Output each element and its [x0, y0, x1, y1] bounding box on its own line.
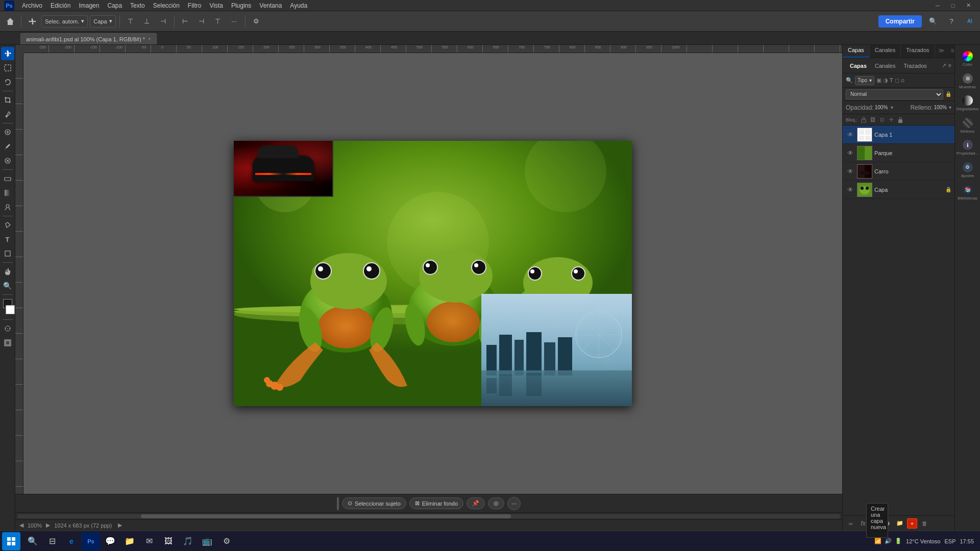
- distribute-left-btn[interactable]: ⊢: [178, 14, 192, 29]
- select-subject-button[interactable]: ⊙ Seleccionar sujeto: [342, 497, 406, 509]
- lock-transparent-btn[interactable]: [860, 116, 868, 124]
- swatches-panel-btn[interactable]: ⊞ Muestras: [958, 71, 978, 92]
- home-button[interactable]: [3, 14, 17, 29]
- layer-pixel-icon[interactable]: ▣: [876, 77, 881, 84]
- align-top-btn[interactable]: ⊤: [124, 14, 138, 29]
- align-vcenter-btn[interactable]: ⊥: [140, 14, 154, 29]
- sub-tab-trazados[interactable]: Trazados: [899, 61, 930, 71]
- sub-tab-capas[interactable]: Capas: [846, 61, 871, 71]
- layer-type-dropdown[interactable]: Tipo ▾: [855, 76, 874, 85]
- layer-item-carro[interactable]: 👁 Carro: [843, 162, 954, 181]
- status-right-arrow[interactable]: ▶: [46, 522, 50, 529]
- help-btn[interactable]: ?: [944, 14, 959, 29]
- eyedropper-tool[interactable]: [1, 108, 14, 121]
- panel-tab-trazados[interactable]: Trazados: [901, 45, 935, 58]
- adjustments-panel-btn[interactable]: ⚙ Ajustes: [958, 160, 978, 181]
- maximize-button[interactable]: □: [945, 0, 961, 11]
- layer-adjust-icon[interactable]: ◑: [883, 77, 888, 84]
- gradients-panel-btn[interactable]: Degradados: [958, 93, 978, 114]
- layer-shape-icon[interactable]: ◻: [895, 77, 899, 84]
- lock-all-btn[interactable]: [896, 116, 904, 124]
- layer-text-icon[interactable]: T: [890, 77, 893, 84]
- clone-tool[interactable]: [1, 154, 14, 167]
- layer-visibility-capa[interactable]: 👁: [846, 185, 855, 194]
- toolbar-handle[interactable]: [337, 497, 339, 510]
- lock-artboard-btn[interactable]: ⊡: [878, 116, 886, 124]
- patterns-panel-btn[interactable]: Motivos: [958, 116, 978, 136]
- lasso-tool[interactable]: [1, 76, 14, 89]
- eraser-tool[interactable]: [1, 172, 14, 185]
- brush-tool[interactable]: [1, 140, 14, 153]
- blend-mode-dropdown[interactable]: Normal: [846, 89, 943, 99]
- delete-layer-btn[interactable]: 🗑: [919, 518, 929, 529]
- more-context-button[interactable]: ···: [507, 497, 521, 510]
- more-options-btn[interactable]: ···: [227, 14, 241, 29]
- properties-panel-btn[interactable]: ℹ Propiedad...: [958, 138, 978, 158]
- select-dropdown[interactable]: Selec. autom. ▾: [41, 15, 88, 28]
- link-layers-btn[interactable]: ∞: [846, 518, 856, 529]
- folder-btn[interactable]: 📁: [895, 518, 905, 529]
- move-tool[interactable]: [1, 47, 14, 60]
- layer-visibility-carro[interactable]: 👁: [846, 167, 855, 176]
- dodge-tool[interactable]: [1, 201, 14, 214]
- panel-tab-capas[interactable]: Capas: [843, 45, 870, 58]
- ai-btn[interactable]: AI: [963, 14, 977, 29]
- zoom-tool[interactable]: 🔍: [1, 279, 14, 292]
- remove-bg-button[interactable]: ⊠ Eliminar fondo: [409, 497, 463, 509]
- panel-expand-icon[interactable]: ≫: [935, 45, 948, 58]
- taskbar-mail[interactable]: ✉: [140, 532, 158, 550]
- close-button[interactable]: ✕: [961, 0, 976, 11]
- settings-btn[interactable]: ⚙: [249, 14, 263, 29]
- layer-item-capa1[interactable]: 👁 Capa 1: [843, 126, 954, 144]
- menu-texto[interactable]: Texto: [127, 1, 149, 10]
- start-button[interactable]: [2, 532, 20, 550]
- fill-value[interactable]: 100%: [934, 105, 947, 110]
- share-button[interactable]: Compartir: [878, 15, 922, 28]
- distribute-center-btn[interactable]: ⊣: [194, 14, 209, 29]
- fx-btn[interactable]: fx: [858, 518, 868, 529]
- status-left-arrow[interactable]: ◀: [19, 522, 23, 529]
- text-tool[interactable]: T: [1, 233, 14, 246]
- target-button[interactable]: ◎: [488, 497, 504, 509]
- taskbar-edge[interactable]: e: [62, 532, 81, 550]
- menu-edicion[interactable]: Edición: [47, 1, 74, 10]
- heal-tool[interactable]: [1, 126, 14, 139]
- status-info-arrow[interactable]: ▶: [118, 522, 122, 529]
- search-btn[interactable]: 🔍: [926, 14, 940, 29]
- layer-item-parque[interactable]: 👁 Parque: [843, 144, 954, 162]
- taskbar-search[interactable]: 🔍: [23, 532, 42, 550]
- menu-imagen[interactable]: Imagen: [75, 1, 103, 10]
- taskbar-photoshop[interactable]: Ps: [82, 532, 100, 550]
- move-tool-btn[interactable]: [25, 14, 39, 29]
- distribute-right-btn[interactable]: ⊤: [211, 14, 225, 29]
- lock-image-btn[interactable]: 🖼: [869, 116, 877, 124]
- menu-vista[interactable]: Vista: [206, 1, 226, 10]
- capa-dropdown[interactable]: Capa ▾: [90, 15, 115, 28]
- gradient-tool[interactable]: [1, 186, 14, 199]
- menu-plugins[interactable]: Plugins: [228, 1, 255, 10]
- panel-tab-canales[interactable]: Canales: [870, 45, 901, 58]
- layer-visibility-parque[interactable]: 👁: [846, 148, 855, 158]
- menu-ayuda[interactable]: Ayuda: [286, 1, 311, 10]
- tab-close-icon[interactable]: ×: [148, 36, 151, 42]
- selection-tool[interactable]: [1, 61, 14, 74]
- layer-item-capa[interactable]: 👁 Capa 🔒: [843, 181, 954, 199]
- color-panel-btn[interactable]: Color: [958, 49, 978, 69]
- taskbar-taskview[interactable]: ⊟: [43, 532, 61, 550]
- menu-archivo[interactable]: Archivo: [18, 1, 46, 10]
- layer-smart-icon[interactable]: ⧄: [901, 77, 904, 84]
- minimize-button[interactable]: ─: [930, 0, 945, 11]
- taskbar-app7[interactable]: ⚙: [217, 532, 236, 550]
- layer-visibility-capa1[interactable]: 👁: [846, 130, 855, 139]
- taskbar-photos[interactable]: 🖼: [159, 532, 178, 550]
- taskbar-app5[interactable]: 🎵: [179, 532, 197, 550]
- adjustment-btn[interactable]: ◑: [883, 518, 893, 529]
- menu-seleccion[interactable]: Selección: [150, 1, 183, 10]
- h-scrollbar-thumb[interactable]: [141, 514, 511, 518]
- menu-capa[interactable]: Capa: [104, 1, 126, 10]
- taskbar-explorer[interactable]: 📁: [120, 532, 139, 550]
- background-color[interactable]: [6, 305, 15, 314]
- crop-tool[interactable]: [1, 93, 14, 107]
- document-tab[interactable]: animali-anfibi1.psd al 100% (Capa 1, RGB…: [20, 33, 157, 44]
- taskbar-app6[interactable]: 📺: [198, 532, 216, 550]
